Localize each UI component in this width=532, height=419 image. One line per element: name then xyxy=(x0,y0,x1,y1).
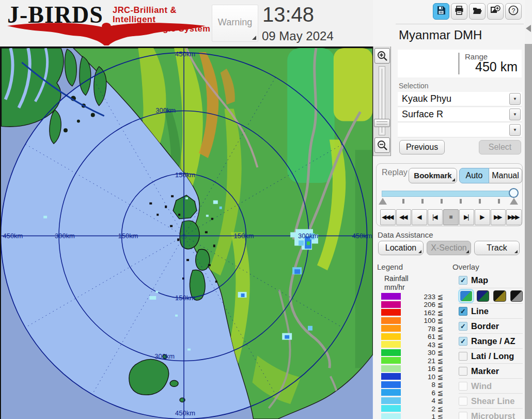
fast-rewind-2-button[interactable]: ◀◀ xyxy=(396,209,412,225)
checkbox-icon[interactable] xyxy=(459,367,467,376)
magnifier-minus-icon xyxy=(377,139,388,151)
legend-value: 10 ≦ xyxy=(401,373,444,381)
legend-color-swatch xyxy=(381,341,401,348)
ring-label: 300km xyxy=(155,106,176,114)
zoom-in-button[interactable] xyxy=(374,48,390,64)
data-assistance-label: Data Assistance xyxy=(378,230,433,239)
legend-color-swatch xyxy=(381,397,401,404)
ring-label: 450km xyxy=(3,232,23,240)
fast-rewind-3-button[interactable]: ◀◀◀ xyxy=(380,209,396,225)
legend-entry: 8 ≦ xyxy=(381,381,444,389)
print-button[interactable] xyxy=(451,3,467,20)
overlay-item-line[interactable]: ✓Line xyxy=(459,303,523,318)
overlay-label: Overlay xyxy=(452,262,479,271)
map-style-4-button[interactable] xyxy=(510,290,523,302)
overlay-item-range-az[interactable]: ✓Range / AZ xyxy=(459,333,523,348)
product-dropdown[interactable]: Surface R ▼ xyxy=(398,107,522,122)
warning-button[interactable]: Warning xyxy=(212,5,258,42)
bookmark-button[interactable]: Bookmark xyxy=(409,168,457,183)
legend-color-swatch xyxy=(381,405,401,412)
overlay-item-label: Wind xyxy=(471,381,492,391)
checkbox-icon[interactable]: ✓ xyxy=(459,276,467,285)
header: J-BIRDS JRC-Brilliant & Intelligent Rada… xyxy=(0,0,391,46)
legend-entry: 78 ≦ xyxy=(381,324,444,333)
checkbox-icon[interactable] xyxy=(459,352,467,361)
checkbox-icon[interactable]: ✓ xyxy=(459,307,467,316)
open-folder-button[interactable] xyxy=(469,3,486,20)
overlay-item-shear-line: Shear Line xyxy=(459,393,523,408)
location-button[interactable]: Location xyxy=(378,241,424,255)
fast-forward-3-button[interactable]: ▶▶▶ xyxy=(506,209,522,225)
radar-map-canvas[interactable]: 450km300km150km450km300km150km150km300km… xyxy=(0,46,373,419)
legend-color-swatch xyxy=(381,365,401,372)
track-button[interactable]: Track xyxy=(474,241,520,255)
replay-tick xyxy=(479,199,481,204)
svg-text:?: ? xyxy=(512,7,515,14)
step-back-button[interactable]: |◀ xyxy=(428,209,443,225)
map-style-swatches xyxy=(459,288,523,303)
chevron-down-icon[interactable]: ▼ xyxy=(509,108,521,120)
ring-label: 300km xyxy=(55,232,75,240)
site-dropdown-value: Kyauk Phyu xyxy=(402,92,451,106)
replay-end-marker[interactable] xyxy=(510,198,518,205)
replay-tick xyxy=(460,199,462,204)
chevron-down-icon[interactable]: ▼ xyxy=(509,93,521,105)
range-divider xyxy=(459,53,459,74)
legend-entry: 10 ≦ xyxy=(381,373,444,381)
selection-label: Selection xyxy=(399,82,429,90)
legend-entry: 30 ≦ xyxy=(381,349,444,357)
ring-label: 450km xyxy=(175,409,195,417)
overlay-list: ✓Map✓Line✓Border✓Range / AZLati / LongMa… xyxy=(459,273,523,419)
help-button[interactable]: ? xyxy=(505,3,522,20)
legend-label: Legend xyxy=(377,262,403,271)
play-backward-button[interactable]: ◀ xyxy=(412,209,427,225)
overlay-item-border[interactable]: ✓Border xyxy=(459,318,523,333)
ring-label: 300km xyxy=(154,352,175,360)
fast-forward-2-button[interactable]: ▶▶ xyxy=(491,209,506,225)
legend-value: 16 ≦ xyxy=(401,364,444,373)
map-style-2-button[interactable] xyxy=(477,290,490,302)
map-style-1-button[interactable] xyxy=(460,290,473,302)
zoom-out-button[interactable] xyxy=(374,137,390,153)
legend-scale: 233 ≦206 ≦162 ≦100 ≦78 ≦61 ≦43 ≦30 ≦21 ≦… xyxy=(381,292,444,419)
map-style-3-button[interactable] xyxy=(493,290,506,302)
play-button[interactable]: ▶ xyxy=(475,209,490,225)
overlay-item-marker[interactable]: Marker xyxy=(459,363,523,378)
station-title: Myanmar DMH xyxy=(399,28,482,42)
chevron-down-icon[interactable]: ▼ xyxy=(509,124,521,136)
legend-entry: 162 ≦ xyxy=(381,308,444,317)
panel-scrollbar[interactable] xyxy=(525,44,532,419)
replay-panel: Replay Bookmark Auto Manual ◀◀◀◀◀◀|◀■▶|▶… xyxy=(376,163,523,226)
clock-date: 09 May 2024 xyxy=(262,29,334,43)
replay-slider-handle[interactable] xyxy=(509,188,519,198)
range-value: 450 km xyxy=(475,59,518,74)
checkbox-icon[interactable]: ✓ xyxy=(459,322,467,331)
manual-button[interactable]: Manual xyxy=(489,168,522,183)
step-forward-button[interactable]: ▶| xyxy=(459,209,475,225)
overlay-item-lati-long[interactable]: Lati / Long xyxy=(459,348,523,363)
checkbox-icon[interactable]: ✓ xyxy=(459,337,467,346)
capture-icon xyxy=(490,5,501,18)
replay-tick xyxy=(421,199,424,204)
replay-label: Replay xyxy=(382,168,408,177)
replay-progress-track[interactable] xyxy=(382,191,517,197)
overlay-item-map[interactable]: ✓Map xyxy=(459,273,523,288)
legend-color-swatch xyxy=(381,293,401,300)
overlay-item-wind: Wind xyxy=(459,378,523,393)
zoom-slider-handle[interactable] xyxy=(374,119,390,127)
checkbox-icon xyxy=(459,412,467,419)
site-dropdown[interactable]: Kyauk Phyu ▼ xyxy=(398,92,522,106)
auto-button[interactable]: Auto xyxy=(459,168,489,183)
legend-value: 100 ≦ xyxy=(401,316,444,324)
legend-value: 6 ≦ xyxy=(401,389,444,397)
legend-entry: 233 ≦ xyxy=(381,292,444,301)
product-dropdown-value: Surface R xyxy=(402,107,443,121)
panel-collapse-arrow-icon[interactable] xyxy=(526,25,531,32)
stop-button[interactable]: ■ xyxy=(443,209,459,225)
replay-start-marker[interactable] xyxy=(379,198,387,205)
previous-button[interactable]: Previous xyxy=(399,140,445,154)
save-button[interactable] xyxy=(433,3,449,20)
playback-bar: ◀◀◀◀◀◀|◀■▶|▶▶▶▶▶▶ xyxy=(380,209,522,225)
option-dropdown[interactable]: ▼ xyxy=(398,123,522,137)
capture-button[interactable] xyxy=(487,3,504,20)
